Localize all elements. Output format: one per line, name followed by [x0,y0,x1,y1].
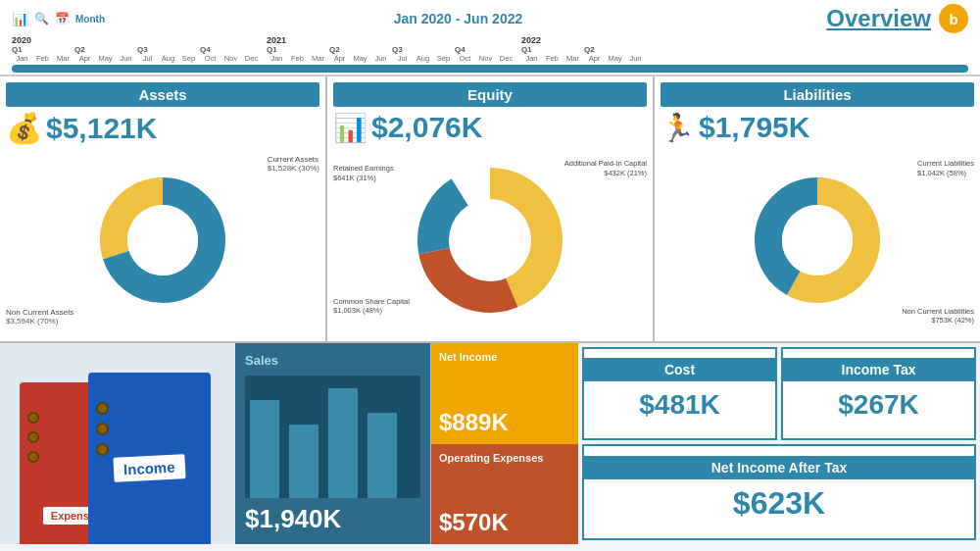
overview-title: Overview [826,5,931,32]
liabilities-legend-noncurrent: Non Current Liabilities$753K (42%) [902,307,974,326]
net-income-panel: Net Income $889K [431,343,578,444]
svg-point-2 [127,205,198,276]
liabilities-card: Liabilities 🏃 $1,795K Current Liabilitie… [655,76,980,341]
cost-value: $481K [639,381,720,428]
sales-label: Sales [245,353,420,368]
cost-panel: Cost $481K [582,347,777,440]
timeline-controls[interactable]: 📊 🔍 📅 Month [12,11,105,26]
assets-legend-noncurrent: Non Current Assets$3,594K (70%) [6,308,74,326]
net-income-label: Net Income [439,351,570,363]
equity-icon: 📊 [333,112,368,144]
binder-blue-label: Income [114,454,186,482]
operating-expenses-value: $570K [439,509,570,536]
binder-section: Expenses Income [0,343,235,544]
binder-blue: Income [88,373,211,544]
income-panels: Net Income $889K Operating Expenses $570… [431,343,578,544]
timeline-bar[interactable]: 2020Q1JanFebMarQ2AprMayJunQ3JulAugSepQ4O… [12,35,968,73]
net-income-after-tax-title: Net Income After Tax [584,456,974,479]
top-cards-row: Assets 💰 $5,121K Current Assets$1,528K (… [0,76,980,341]
svg-point-6 [449,199,531,281]
app-container: 📊 🔍 📅 Month Jan 2020 - Jun 2022 Overview… [0,0,980,551]
equity-title: Equity [333,82,647,107]
sales-panel: Sales $1,940K [235,343,431,544]
liabilities-title: Liabilities [661,82,974,107]
header: 📊 🔍 📅 Month Jan 2020 - Jun 2022 Overview… [0,0,980,76]
equity-card: Equity 📊 $2,076K Retained Ea [327,76,655,341]
sales-value: $1,940K [245,504,420,534]
timeline-year-2022: 2022Q1JanFebMarQ2AprMayJun [521,35,647,63]
assets-chart: Current Assets$1,528K (30%) Non Current … [6,145,319,335]
net-income-after-tax-panel: Net Income After Tax $623K [582,444,976,541]
assets-legend-current: Current Assets$1,528K (30%) [268,155,319,173]
timeline-label[interactable]: Month [75,14,105,25]
liabilities-value: $1,795K [699,111,809,144]
search-icon: 🔍 [34,12,49,25]
equity-legend-common: Common Share Capital$1,003K (48%) [333,297,410,317]
liabilities-legend-current: Current Liabilities$1,042K (58%) [917,159,974,178]
net-income-after-tax-value: $623K [733,479,825,527]
liabilities-icon: 🏃 [661,112,695,144]
date-range: Jan 2020 - Jun 2022 [105,11,811,26]
income-tax-value: $267K [838,381,919,428]
liabilities-chart: Current Liabilities$1,042K (58%) Non Cur… [661,144,974,335]
bottom-row: Expenses Income Sales $1,9 [0,341,980,544]
right-panels: Cost $481K Income Tax $267K Net Income A… [578,343,980,544]
operating-expenses-label: Operating Expenses [439,452,570,464]
month-icon: 📅 [55,12,70,25]
assets-title: Assets [6,82,319,107]
assets-card: Assets 💰 $5,121K Current Assets$1,528K (… [0,76,327,341]
equity-chart: Retained Earnings$641K (31%) Common Shar… [333,144,647,335]
equity-legend-additional: Additional Paid-In Capital$432K (21%) [564,159,647,178]
equity-value: $2,076K [371,111,482,144]
net-income-value: $889K [439,409,570,436]
assets-icon: 💰 [6,111,42,145]
overview-title-area: Overview b [811,4,968,33]
overview-logo: b [939,4,968,33]
cost-title: Cost [584,358,775,381]
equity-legend-retained: Retained Earnings$641K (31%) [333,164,394,183]
timeline-year-2020: 2020Q1JanFebMarQ2AprMayJunQ3JulAugSepQ4O… [12,35,263,63]
income-tax-title: Income Tax [783,358,974,381]
income-tax-panel: Income Tax $267K [781,347,976,440]
assets-value: $5,121K [46,112,157,145]
operating-expenses-panel: Operating Expenses $570K [431,444,578,545]
chart-icon: 📊 [12,11,28,26]
timeline-year-2021: 2021Q1JanFebMarQ2AprMayJunQ3JulAugSepQ4O… [267,35,517,63]
svg-point-9 [782,205,853,276]
